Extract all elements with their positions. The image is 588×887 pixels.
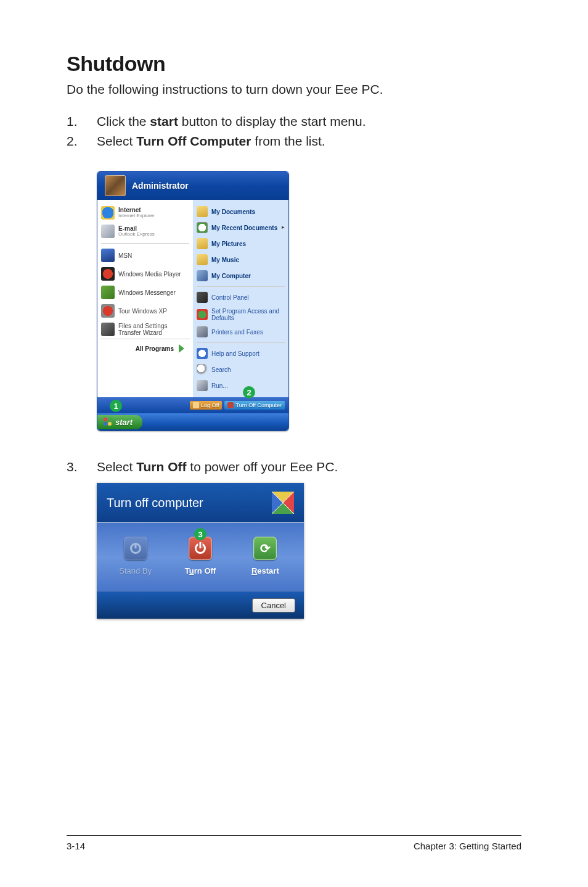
pinned-email-sub: Outlook Express <box>118 232 155 237</box>
folder-icon <box>197 254 208 265</box>
step-3: 3. Select Turn Off to power off your Eee… <box>67 460 521 474</box>
all-programs[interactable]: All Programs <box>100 339 190 358</box>
my-documents-label: My Documents <box>211 208 255 215</box>
restart-label-post: estart <box>257 566 279 576</box>
email-icon <box>101 225 115 238</box>
set-program-access[interactable]: Set Program Access and Defaults <box>195 305 286 324</box>
step-1-bold: start <box>150 114 178 128</box>
run-icon <box>197 380 208 391</box>
recent-tour[interactable]: Tour Windows XP <box>100 302 190 320</box>
start-menu-screenshot: Administrator Internet Internet Explorer… <box>97 171 289 431</box>
recent-messenger-label: Windows Messenger <box>118 289 176 296</box>
my-documents[interactable]: My Documents <box>195 204 286 220</box>
all-programs-label: All Programs <box>136 345 174 352</box>
my-recent-documents[interactable]: My Recent Documents ▸ <box>195 220 286 236</box>
log-off-label: Log Off <box>201 402 219 408</box>
turn-off-dialog-header: Turn off computer <box>97 483 304 522</box>
user-name: Administrator <box>132 181 189 191</box>
step-2-pre: Select <box>97 134 136 148</box>
my-recent-documents-label: My Recent Documents <box>211 225 277 231</box>
my-computer-label: My Computer <box>211 273 251 279</box>
my-computer[interactable]: My Computer <box>195 268 286 284</box>
recent-transfer[interactable]: Files and Settings Transfer Wizard <box>100 320 190 339</box>
run[interactable]: Run... <box>195 377 286 394</box>
annotation-badge-2: 2 <box>243 386 255 398</box>
my-pictures[interactable]: My Pictures <box>195 236 286 252</box>
start-menu-header: Administrator <box>97 171 288 200</box>
control-panel-label: Control Panel <box>211 294 249 301</box>
step-3-number: 3. <box>67 460 97 474</box>
turn-off-dialog-title: Turn off computer <box>107 496 203 510</box>
annotation-badge-1: 1 <box>110 400 122 412</box>
cancel-button[interactable]: Cancel <box>252 598 295 613</box>
step-3-bold: Turn Off <box>136 460 186 474</box>
chapter-label: Chapter 3: Getting Started <box>414 841 521 851</box>
search-icon <box>197 364 208 375</box>
set-program-access-label: Set Program Access and Defaults <box>211 308 285 321</box>
help-support-label: Help and Support <box>211 350 259 357</box>
intro-paragraph: Do the following instructions to turn do… <box>67 82 521 97</box>
program-access-icon <box>197 309 208 320</box>
printers-faxes[interactable]: Printers and Faxes <box>195 324 286 340</box>
stand-by-option[interactable]: Stand By <box>104 537 168 576</box>
recent-msn-label: MSN <box>118 252 132 259</box>
logoff-icon <box>193 402 199 408</box>
turn-off-option[interactable]: Turn Off <box>168 537 232 576</box>
annotation-badge-3: 3 <box>194 528 206 540</box>
chevron-right-icon: ▸ <box>282 225 285 231</box>
start-menu-footer: Log Off Turn Off Computer <box>97 397 288 413</box>
pinned-internet[interactable]: Internet Internet Explorer <box>100 204 190 222</box>
start-button[interactable]: start <box>97 415 142 429</box>
printer-icon <box>197 326 208 337</box>
turn-off-dialog-screenshot: Turn off computer Stand By Turn Off ⟳ Re… <box>97 483 304 619</box>
recent-messenger[interactable]: Windows Messenger <box>100 283 190 302</box>
windows-logo-icon <box>104 418 112 426</box>
standby-icon <box>130 543 141 554</box>
folder-icon <box>197 238 208 249</box>
search-label: Search <box>211 366 231 373</box>
turn-off-computer-label: Turn Off Computer <box>235 402 282 408</box>
control-panel-icon <box>197 292 208 303</box>
divider <box>197 286 285 287</box>
restart-button[interactable]: ⟳ <box>253 537 277 560</box>
recent-tour-label: Tour Windows XP <box>118 308 167 315</box>
power-icon <box>227 402 234 408</box>
recent-msn[interactable]: MSN <box>100 246 190 265</box>
windows-logo-icon <box>272 492 294 514</box>
help-support[interactable]: Help and Support <box>195 345 286 361</box>
page-heading: Shutdown <box>67 52 521 76</box>
step-1-number: 1. <box>67 114 97 129</box>
recent-wmp[interactable]: Windows Media Player <box>100 265 190 283</box>
folder-icon <box>197 206 208 217</box>
user-avatar-icon <box>105 175 126 196</box>
computer-icon <box>197 270 208 281</box>
turn-off-label-u: u <box>189 566 194 576</box>
pinned-internet-sub: Internet Explorer <box>118 213 155 219</box>
start-menu-right-column: My Documents My Recent Documents ▸ My Pi… <box>193 200 288 397</box>
taskbar: start <box>97 413 288 431</box>
power-icon <box>195 543 206 554</box>
restart-option[interactable]: ⟳ Restart <box>233 537 297 576</box>
turn-off-dialog-footer: Cancel <box>97 592 304 619</box>
chevron-right-icon <box>179 344 184 353</box>
step-3-pre: Select <box>97 460 136 474</box>
pinned-email[interactable]: E-mail Outlook Express <box>100 222 190 241</box>
my-music[interactable]: My Music <box>195 252 286 268</box>
page-number: 3-14 <box>67 841 85 851</box>
stand-by-button[interactable] <box>124 537 147 560</box>
step-1-pre: Click the <box>97 114 150 128</box>
step-2: 2. Select Turn Off Computer from the lis… <box>67 134 521 149</box>
restart-label-u: R <box>251 566 257 576</box>
step-2-post: from the list. <box>251 134 325 148</box>
step-3-post: to power off your Eee PC. <box>186 460 338 474</box>
search[interactable]: Search <box>195 361 286 377</box>
turn-off-computer-button[interactable]: Turn Off Computer <box>224 401 285 410</box>
control-panel[interactable]: Control Panel <box>195 289 286 305</box>
my-pictures-label: My Pictures <box>211 241 246 247</box>
transfer-icon <box>101 323 115 336</box>
help-icon <box>197 348 208 359</box>
ie-icon <box>101 206 115 220</box>
log-off-button[interactable]: Log Off <box>190 401 222 410</box>
recent-transfer-label: Files and Settings Transfer Wizard <box>118 323 189 336</box>
turn-off-label: Turn Off <box>185 566 216 576</box>
